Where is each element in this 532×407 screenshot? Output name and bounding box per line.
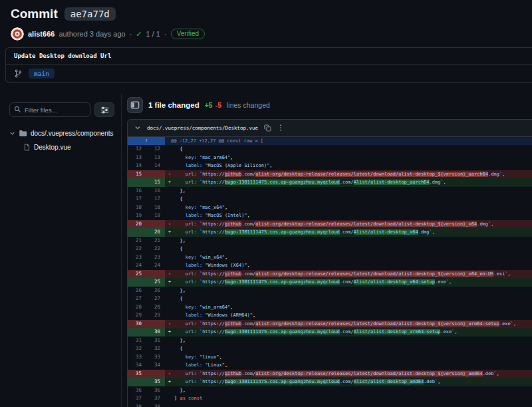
old-line-number[interactable]: 17	[128, 195, 146, 204]
old-line-number[interactable]: 22	[128, 245, 146, 253]
old-line-number[interactable]: 19	[128, 211, 146, 220]
new-line-number[interactable]	[146, 170, 165, 179]
old-line-number[interactable]: 12	[128, 145, 146, 154]
new-line-number[interactable]	[146, 270, 165, 279]
code-line: url: `https://github.com/alist-org/deskt…	[174, 270, 532, 279]
old-line-number[interactable]	[128, 228, 146, 237]
old-line-number[interactable]: 34	[128, 361, 146, 370]
code-line: ] as const	[174, 394, 532, 403]
new-line-number[interactable]: 21	[146, 237, 165, 245]
diff-line-ctx: 1919 label: "MacOS (Intel)",	[128, 211, 532, 220]
new-line-number[interactable]: 30	[146, 328, 165, 337]
code-segment: "Windows (ARM64)"	[205, 313, 253, 318]
sidebar-toggle-button[interactable]	[127, 97, 143, 113]
author-link[interactable]: alist666	[28, 30, 55, 38]
old-line-number[interactable]	[128, 328, 146, 337]
new-line-number[interactable]: 29	[146, 311, 165, 320]
new-line-number[interactable]: 24	[146, 261, 165, 270]
new-line-number[interactable]: 23	[146, 253, 165, 262]
code-segment	[174, 155, 186, 160]
filter-files-input[interactable]	[9, 102, 90, 117]
code-segment: ,	[247, 213, 250, 218]
checks-count[interactable]: 1 / 1	[146, 30, 160, 38]
old-line-number[interactable]: 36	[128, 386, 146, 395]
old-line-number[interactable]	[128, 378, 146, 386]
new-line-number[interactable]: 34	[146, 361, 165, 370]
old-line-number[interactable]: 24	[128, 261, 146, 270]
old-line-number[interactable]: 26	[128, 287, 146, 295]
old-line-number[interactable]: 31	[128, 337, 146, 345]
code-segment: github	[225, 172, 241, 177]
new-line-number[interactable]: 18	[146, 204, 165, 212]
new-line-number[interactable]: 36	[146, 386, 165, 395]
old-line-number[interactable]: 33	[128, 353, 146, 362]
diff-line-ctx: 1717 {	[128, 195, 532, 204]
branch-row: main	[6, 65, 532, 82]
old-line-number[interactable]: 35	[128, 370, 146, 378]
old-line-number[interactable]: 25	[128, 270, 146, 279]
new-line-number[interactable]: 38	[146, 403, 165, 407]
tree-folder-label: docs/.vuepress/components	[31, 130, 114, 137]
new-line-number[interactable]: 14	[146, 162, 165, 170]
code-segment: },	[174, 188, 186, 194]
new-line-number[interactable]: 31	[146, 337, 165, 345]
tree-folder-row[interactable]: docs/.vuepress/components	[9, 126, 114, 140]
new-line-number[interactable]: 12	[146, 145, 165, 154]
new-line-number[interactable]: 37	[146, 394, 165, 403]
code-line: url: `https://github.com/alist-org/deskt…	[174, 320, 532, 329]
new-line-number[interactable]: 25	[146, 278, 165, 287]
new-line-number[interactable]	[146, 320, 165, 329]
new-line-number[interactable]: 27	[146, 295, 165, 303]
old-line-number[interactable]: 20	[128, 220, 146, 229]
new-line-number[interactable]: 33	[146, 353, 165, 362]
file-options-button[interactable]	[277, 124, 284, 132]
old-line-number[interactable]: 27	[128, 295, 146, 303]
new-line-number[interactable]	[146, 220, 165, 229]
filter-options-button[interactable]	[94, 102, 114, 117]
old-line-number[interactable]: 13	[128, 154, 146, 162]
new-line-number[interactable]: 32	[146, 344, 165, 353]
tree-file-row[interactable]: Desktop.vue	[9, 140, 114, 154]
collapse-file-chevron-icon[interactable]	[134, 124, 141, 131]
old-line-number[interactable]: 21	[128, 237, 146, 245]
diff-marker	[165, 211, 174, 220]
avatar[interactable]	[11, 27, 24, 41]
old-line-number[interactable]: 38	[128, 403, 146, 407]
old-line-number[interactable]: 18	[128, 204, 146, 212]
kebab-menu-icon	[277, 124, 284, 132]
additions-count: +5	[205, 101, 213, 109]
new-line-number[interactable]: 35	[146, 378, 165, 386]
verified-badge[interactable]: Verified	[171, 29, 205, 39]
old-line-number[interactable]: 15	[128, 170, 146, 179]
old-line-number[interactable]: 16	[128, 187, 146, 196]
new-line-number[interactable]: 26	[146, 287, 165, 295]
old-line-number[interactable]	[128, 178, 146, 187]
new-line-number[interactable]: 28	[146, 303, 165, 312]
old-line-number[interactable]: 29	[128, 311, 146, 320]
old-line-number[interactable]	[128, 278, 146, 287]
old-line-number[interactable]: 23	[128, 253, 146, 262]
code-segment: Alist/alist-desktop_amd64	[354, 379, 424, 384]
old-line-number[interactable]: 14	[128, 162, 146, 170]
code-segment: Alist/alist-desktop_x64-setup	[354, 279, 435, 285]
new-line-number[interactable]: 22	[146, 245, 165, 253]
file-path[interactable]: docs/.vuepress/components/Desktop.vue	[147, 125, 258, 131]
code-segment	[174, 279, 186, 285]
diff-marker	[165, 261, 174, 270]
separator-dot: ·	[130, 30, 132, 38]
new-line-number[interactable]: 17	[146, 195, 165, 204]
code-segment	[174, 271, 186, 277]
old-line-number[interactable]: 28	[128, 303, 146, 312]
expand-up-button[interactable]: ↑	[128, 137, 165, 146]
new-line-number[interactable]: 13	[146, 154, 165, 162]
branch-label[interactable]: main	[29, 68, 55, 78]
new-line-number[interactable]: 16	[146, 187, 165, 196]
new-line-number[interactable]: 20	[146, 228, 165, 237]
old-line-number[interactable]: 30	[128, 320, 146, 329]
new-line-number[interactable]	[146, 370, 165, 378]
new-line-number[interactable]: 19	[146, 211, 165, 220]
old-line-number[interactable]: 32	[128, 344, 146, 353]
old-line-number[interactable]: 37	[128, 394, 146, 403]
copy-path-button[interactable]	[264, 124, 271, 132]
new-line-number[interactable]: 15	[146, 178, 165, 187]
